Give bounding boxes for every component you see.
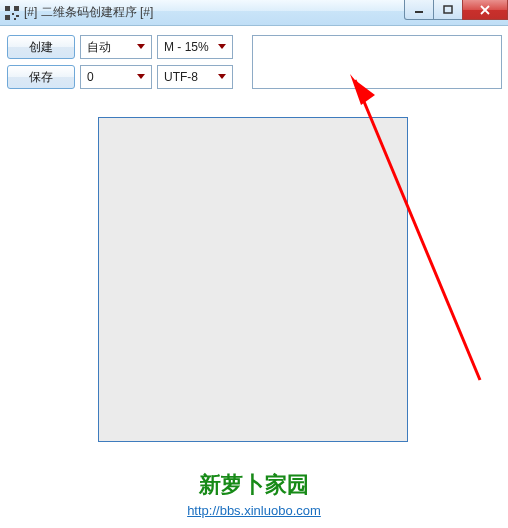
svg-rect-4 [16,15,19,17]
svg-rect-3 [12,13,14,15]
maximize-button[interactable] [433,0,463,20]
svg-rect-7 [444,6,452,13]
svg-marker-11 [218,44,226,49]
encoding-select-value: UTF-8 [164,70,214,84]
svg-rect-0 [5,6,10,11]
content-textarea-value [253,36,501,88]
application-window: [#] 二维条码创建程序 [#] 创建 自动 [0,0,508,528]
minimize-button[interactable] [404,0,434,20]
window-title: [#] 二维条码创建程序 [#] [24,4,153,21]
ec-level-select[interactable]: M - 15% [157,35,233,59]
chevron-down-icon [133,44,149,50]
save-button[interactable]: 保存 [7,65,75,89]
mode-select[interactable]: 自动 [80,35,152,59]
footer-site-name: 新萝卜家园 [0,468,508,501]
number-select-value: 0 [87,70,133,84]
encoding-select[interactable]: UTF-8 [157,65,233,89]
svg-marker-12 [137,74,145,79]
svg-rect-2 [5,15,10,20]
chevron-down-icon [214,44,230,50]
app-icon [4,5,20,21]
ec-level-select-value: M - 15% [164,40,214,54]
svg-marker-13 [218,74,226,79]
mode-select-value: 自动 [87,39,133,56]
close-button[interactable] [462,0,508,20]
content-area: 创建 自动 M - 15% 保存 0 [7,35,501,95]
titlebar: [#] 二维条码创建程序 [#] [0,0,508,26]
footer-site-link[interactable]: http://bbs.xinluobo.com [187,503,321,518]
window-controls [405,0,508,20]
chevron-down-icon [133,74,149,80]
svg-rect-1 [14,6,19,11]
svg-rect-5 [14,18,16,20]
footer: 新萝卜家园 http://bbs.xinluobo.com [0,468,508,521]
svg-marker-10 [137,44,145,49]
content-textarea[interactable] [252,35,502,89]
number-select[interactable]: 0 [80,65,152,89]
chevron-down-icon [214,74,230,80]
qr-preview-canvas [98,117,408,442]
create-button[interactable]: 创建 [7,35,75,59]
